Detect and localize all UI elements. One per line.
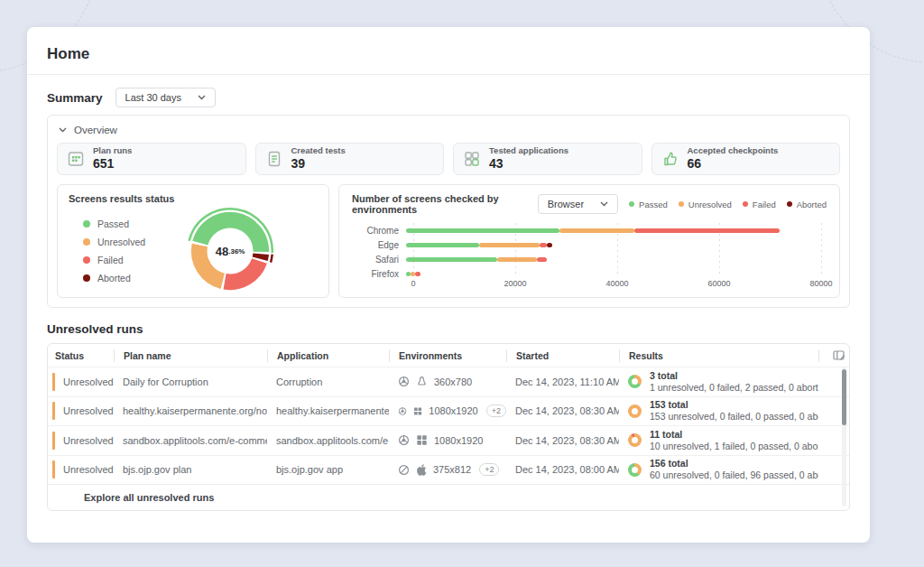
explore-all-unresolved-runs-link[interactable]: Explore all unresolved runs [84,492,214,503]
column-header-plan-name: Plan name [114,349,267,362]
stat-value: 39 [291,156,346,171]
viewport-size: 375x812 [433,464,471,475]
status-indicator [52,402,55,420]
bar-segment-passed [406,243,479,247]
x-axis-tick: 80000 [809,279,832,288]
stat-card-plan-runs[interactable]: Plan runs 651 [57,143,246,175]
stat-label: Plan runs [93,146,132,156]
environment-type-value: Browser [548,199,584,209]
bar-segment-failed [540,243,546,247]
x-axis-tick: 20000 [504,279,526,288]
status-indicator [52,460,55,479]
stat-card-tested-applications[interactable]: Tested applications 43 [453,143,642,175]
unresolved-runs-table: Status Plan name Application Environment… [47,343,850,511]
table-row[interactable]: Unresolved sandbox.applitools.com/e-comm… [48,425,849,455]
x-axis-tick: 60000 [707,279,730,288]
apple-icon [416,464,427,476]
bar-segment-unresolved [479,243,541,247]
stat-value: 43 [489,156,568,171]
table-row[interactable]: Unresolved healthy.kaiserpermanente.org/… [48,396,849,426]
bar-row-chrome: Chrome [352,223,827,237]
date-range-dropdown[interactable]: Last 30 days [116,88,216,107]
table-scrollbar-thumb[interactable] [842,369,846,425]
status-label: Unresolved [63,376,114,387]
failed-dot-icon [743,201,748,207]
app-grid-icon [413,405,422,417]
bar-segment-passed [406,257,497,262]
table-header-row: Status Plan name Application Environment… [48,344,849,367]
started-time: Dec 14, 2023, 08:00 AM [506,464,619,475]
passed-dot-icon [629,201,634,207]
overview-label: Overview [74,125,117,135]
plan-name: Daily for Corruption [114,376,267,387]
results-total: 156 total [650,458,818,469]
failed-dot-icon [83,256,90,264]
extra-environments-badge[interactable]: +2 [486,404,506,417]
app-grid-icon [416,434,428,446]
results-donut-icon [628,404,642,418]
status-label: Unresolved [63,405,114,416]
customize-columns-button[interactable] [818,349,849,362]
stat-label: Accepted checkpoints [688,146,779,156]
summary-title: Summary [47,91,103,105]
stat-cards-row: Plan runs 651 Created tests 39 [57,143,840,175]
unresolved-dot-icon [679,201,684,207]
accepted-checkpoints-icon [661,150,679,168]
linux-icon [416,376,428,387]
bar-segment-unresolved [497,257,537,262]
main-content-card: Home Summary Last 30 days Overview Plan … [27,27,870,543]
table-row[interactable]: Unresolved bjs.ojp.gov plan bjs.ojp.gov … [48,455,849,485]
results-total: 3 total [650,370,818,382]
chrome-icon [398,405,407,417]
aborted-dot-icon [83,274,90,282]
table-row[interactable]: Unresolved Daily for Corruption Corrupti… [48,367,849,396]
bar-segment-failed [415,272,420,276]
results-breakdown: 1 unresolved, 0 failed, 2 passed, 0 abor… [650,382,818,394]
x-axis-tick: 0 [411,279,415,288]
results-donut-chart: 48.36% [183,204,277,298]
unresolved-dot-icon [83,238,90,246]
bar-segment-unresolved [559,228,634,233]
x-axis-tick: 40000 [605,279,628,288]
results-donut-icon [628,433,642,447]
legend-item-failed: Failed [83,255,145,265]
results-donut-icon [628,463,642,477]
chevron-down-icon [600,201,608,207]
application-name: bjs.ojp.gov app [267,464,389,475]
tested-applications-icon [463,150,481,168]
application-name: Corruption [267,376,389,387]
column-header-started: Started [506,349,619,362]
summary-header: Summary Last 30 days [47,88,850,107]
overview-panel: Overview Plan runs 651 [47,115,850,308]
screens-results-panel: Screens results status Passed Unresolved… [57,184,329,298]
environment-type-dropdown[interactable]: Browser [538,194,618,214]
stat-card-accepted-checkpoints[interactable]: Accepted checkpoints 66 [651,143,841,175]
status-indicator [52,373,55,391]
bar-chart-rows: ChromeEdgeSafariFirefox [352,223,827,281]
page-header: Home [27,27,870,75]
stat-label: Tested applications [489,146,568,156]
results-total: 11 total [650,429,818,441]
donut-center-label: 48.36% [183,204,277,298]
chevron-down-icon [59,127,67,133]
extra-environments-badge[interactable]: +2 [479,463,499,476]
stat-card-created-tests[interactable]: Created tests 39 [255,143,445,175]
bar-row-edge: Edge [352,237,827,252]
overview-collapse-toggle[interactable]: Overview [57,123,840,143]
results-breakdown: 153 unresolved, 0 failed, 0 passed, 0 ab… [650,411,818,423]
bar-row-safari: Safari [352,252,827,266]
stat-label: Created tests [291,146,346,156]
bar-chart-x-axis: 020000400006000080000 [413,276,821,289]
page-title: Home [47,45,850,63]
table-footer: Explore all unresolved runs [48,484,849,510]
plan-name: sandbox.applitools.com/e-commerce pl... [114,435,267,446]
viewport-size: 1080x1920 [434,435,483,446]
results-breakdown: 10 unresolved, 1 failed, 0 passed, 0 abo… [650,441,818,452]
legend-item-failed: Failed [743,200,776,209]
results-breakdown: 60 unresolved, 0 failed, 96 passed, 0 ab… [650,469,818,481]
chrome-icon [398,376,410,387]
stat-value: 66 [688,156,779,171]
bar-segment-passed [406,228,559,233]
column-header-environments: Environments [389,349,506,362]
started-time: Dec 14, 2023, 08:30 AM [506,435,619,446]
